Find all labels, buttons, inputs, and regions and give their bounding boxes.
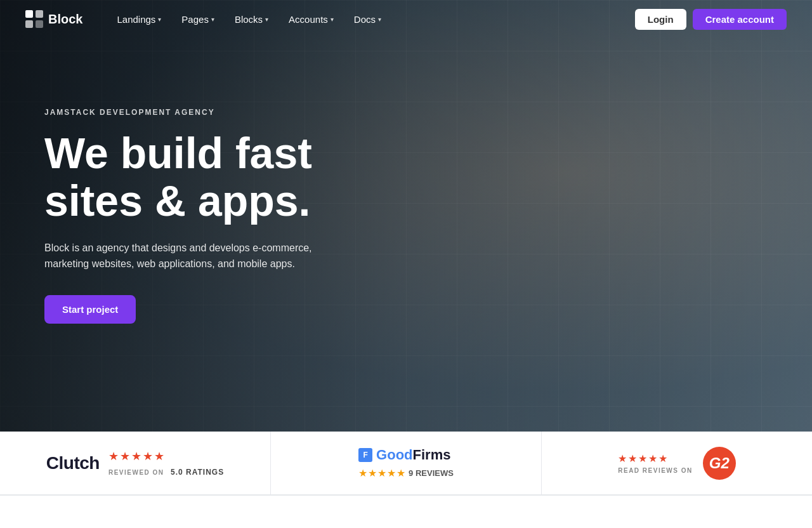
- nav-blocks[interactable]: Blocks ▾: [226, 9, 277, 30]
- g2-review: ★★★★★ READ REVIEWS ON G2: [542, 432, 812, 494]
- review-strip: Clutch ★★★★★ REVIEWED ON 5.0 RATINGS F G…: [0, 432, 812, 495]
- clutch-stars: ★★★★★: [108, 449, 166, 463]
- start-project-button[interactable]: Start project: [44, 295, 136, 324]
- goodfirms-rating: ★★★★★ 9 REVIEWS: [358, 467, 454, 479]
- chevron-down-icon: ▾: [265, 16, 268, 23]
- goodfirms-logo: F GoodFirms: [358, 447, 454, 463]
- hero-title: We build fast sites & apps.: [44, 129, 336, 225]
- nav-actions: Login Create account: [635, 9, 787, 30]
- hero-section: JAMSTACK DEVELOPMENT AGENCY We build fas…: [0, 0, 812, 432]
- logo-icon: [25, 10, 43, 28]
- brand-name: Block: [48, 12, 82, 27]
- svg-rect-3: [36, 20, 43, 28]
- navbar: Block Landings ▾ Pages ▾ Blocks ▾ Accoun…: [0, 0, 812, 38]
- g2-area: ★★★★★ READ REVIEWS ON G2: [618, 447, 736, 480]
- hero-content: JAMSTACK DEVELOPMENT AGENCY We build fas…: [44, 108, 336, 324]
- goodfirms-name: GoodFirms: [376, 447, 450, 463]
- svg-rect-1: [36, 10, 43, 18]
- svg-rect-2: [25, 20, 33, 28]
- login-button[interactable]: Login: [635, 9, 686, 30]
- nav-docs[interactable]: Docs ▾: [345, 9, 390, 30]
- chevron-down-icon: ▾: [331, 16, 334, 23]
- svg-rect-0: [25, 10, 33, 18]
- goodfirms-review: F GoodFirms ★★★★★ 9 REVIEWS: [271, 432, 542, 494]
- g2-badge: G2: [703, 447, 736, 480]
- clutch-name: Clutch: [46, 453, 100, 473]
- clutch-meta: REVIEWED ON 5.0 RATINGS: [108, 466, 224, 477]
- nav-accounts[interactable]: Accounts ▾: [280, 9, 343, 30]
- chevron-down-icon: ▾: [158, 16, 161, 23]
- chevron-down-icon: ▾: [378, 16, 381, 23]
- hero-label: JAMSTACK DEVELOPMENT AGENCY: [44, 108, 336, 117]
- goodfirms-icon: F: [358, 448, 372, 462]
- create-account-button[interactable]: Create account: [693, 9, 787, 30]
- clutch-details: ★★★★★ REVIEWED ON 5.0 RATINGS: [108, 449, 224, 477]
- bottom-divider: [0, 495, 812, 496]
- logo[interactable]: Block: [25, 10, 82, 28]
- clutch-logo: Clutch: [46, 453, 100, 473]
- nav-links: Landings ▾ Pages ▾ Blocks ▾ Accounts ▾ D…: [108, 9, 634, 30]
- chevron-down-icon: ▾: [211, 16, 214, 23]
- nav-landings[interactable]: Landings ▾: [108, 9, 170, 30]
- g2-details: ★★★★★ READ REVIEWS ON: [618, 452, 693, 474]
- clutch-review: Clutch ★★★★★ REVIEWED ON 5.0 RATINGS: [0, 432, 271, 494]
- hero-subtitle: Block is an agency that designs and deve…: [44, 240, 336, 272]
- nav-pages[interactable]: Pages ▾: [173, 9, 223, 30]
